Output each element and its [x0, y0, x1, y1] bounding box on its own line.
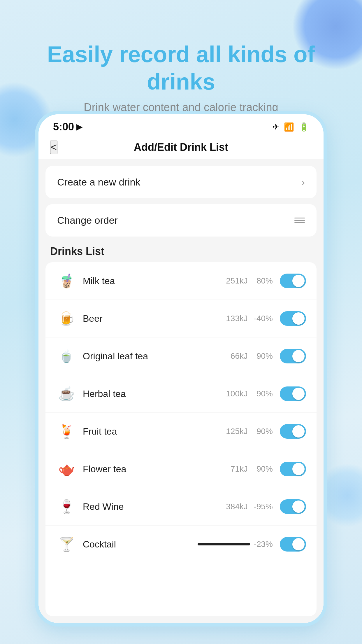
location-icon: ▶	[76, 123, 82, 132]
drinks-list-header: Drinks List	[38, 237, 324, 262]
list-item: 🍷 Red Wine 384kJ -95%	[45, 488, 317, 526]
status-time: 5:00 ▶	[53, 121, 82, 133]
back-button[interactable]: <	[50, 141, 57, 154]
drink-calories: 71kJ	[231, 464, 248, 474]
drink-water: 90%	[252, 427, 273, 436]
drink-water: 90%	[252, 389, 273, 398]
drink-calories: 251kJ	[226, 276, 248, 286]
drink-calories: 125kJ	[226, 427, 248, 436]
drink-toggle[interactable]	[280, 274, 306, 288]
list-item: 🍹 Fruit tea 125kJ 90%	[45, 413, 317, 450]
create-drink-label: Create a new drink	[57, 176, 140, 188]
drink-name: Flower tea	[83, 464, 231, 475]
fruit-tea-icon: 🍹	[56, 421, 77, 442]
drink-toggle[interactable]	[280, 499, 306, 514]
status-bar: 5:00 ▶ ✈ 📶 🔋	[38, 114, 324, 136]
change-order-card[interactable]: Change order	[45, 204, 317, 237]
drink-name: Herbal tea	[83, 388, 226, 399]
drinks-list-container: 🧋 Milk tea 251kJ 80% 🍺 Beer 133kJ -40% 🍵…	[45, 262, 317, 616]
drink-calories: 133kJ	[226, 314, 248, 323]
content-area: Create a new drink › Change order Drinks…	[38, 159, 324, 623]
drink-calories: 66kJ	[231, 351, 248, 361]
order-icon	[294, 218, 305, 223]
drink-water: -23%	[252, 540, 273, 549]
drink-water: -95%	[252, 502, 273, 511]
cocktail-bar-indicator	[198, 543, 250, 545]
red-wine-icon: 🍷	[56, 496, 77, 517]
main-title: Easily record all kinds of drinks	[17, 41, 345, 95]
drink-calories: 384kJ	[226, 502, 248, 511]
drink-name: Original leaf tea	[83, 351, 231, 362]
flower-tea-icon: 🫖	[56, 459, 77, 480]
drink-toggle[interactable]	[280, 424, 306, 439]
drink-water: 80%	[252, 276, 273, 286]
original-leaf-tea-icon: 🍵	[56, 346, 77, 367]
nav-bar: < Add/Edit Drink List	[38, 136, 324, 159]
time-display: 5:00	[53, 121, 74, 133]
page-title: Add/Edit Drink List	[134, 141, 228, 153]
change-order-label: Change order	[57, 215, 118, 226]
list-item: 🍺 Beer 133kJ -40%	[45, 300, 317, 337]
header-section: Easily record all kinds of drinks Drink …	[0, 41, 362, 114]
cocktail-icon: 🍸	[56, 534, 77, 555]
drink-name: Milk tea	[83, 276, 226, 286]
list-item: 🫖 Flower tea 71kJ 90%	[45, 450, 317, 488]
drink-toggle[interactable]	[280, 349, 306, 363]
list-item: 🧋 Milk tea 251kJ 80%	[45, 262, 317, 300]
drink-calories: 100kJ	[226, 389, 248, 398]
drink-name: Beer	[83, 313, 226, 324]
herbal-tea-icon: ☕	[56, 383, 77, 404]
drink-toggle[interactable]	[280, 462, 306, 476]
create-drink-card[interactable]: Create a new drink ›	[45, 166, 317, 198]
milk-tea-icon: 🧋	[56, 270, 77, 291]
status-icons: ✈ 📶 🔋	[273, 122, 309, 132]
list-item: ☕ Herbal tea 100kJ 90%	[45, 375, 317, 413]
drink-name: Fruit tea	[83, 426, 226, 437]
drink-toggle[interactable]	[280, 537, 306, 552]
list-item: 🍸 Cocktail -23%	[45, 526, 317, 563]
wifi-icon: 📶	[284, 122, 294, 132]
list-item: 🍵 Original leaf tea 66kJ 90%	[45, 337, 317, 375]
drink-name: Red Wine	[83, 501, 226, 512]
chevron-right-icon: ›	[302, 176, 305, 188]
drink-toggle[interactable]	[280, 386, 306, 401]
drink-water: 90%	[252, 464, 273, 474]
drink-water: 90%	[252, 351, 273, 361]
drink-toggle[interactable]	[280, 311, 306, 326]
battery-icon: 🔋	[299, 122, 309, 132]
phone-frame: 5:00 ▶ ✈ 📶 🔋 < Add/Edit Drink List Creat…	[35, 111, 327, 626]
airplane-icon: ✈	[273, 122, 279, 132]
drink-water: -40%	[252, 314, 273, 323]
beer-icon: 🍺	[56, 308, 77, 329]
drink-name: Cocktail	[83, 539, 198, 550]
